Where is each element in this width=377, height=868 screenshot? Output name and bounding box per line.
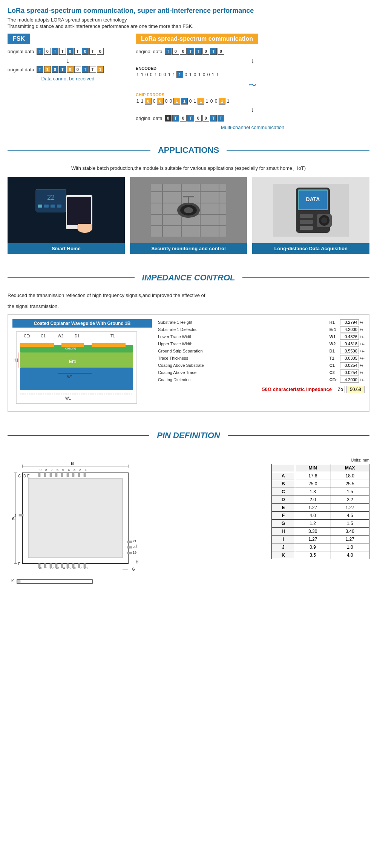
bit: 1: [44, 66, 51, 73]
pin-min: 3.30: [295, 528, 331, 536]
applications-title: APPLICATIONS: [150, 145, 227, 155]
impedance-section: Impedance control Reduced the transmissi…: [0, 265, 377, 419]
svg-rect-76: [78, 472, 80, 477]
pin-table-header-max: MAX: [331, 464, 369, 472]
svg-rect-45: [20, 352, 133, 368]
fsk-arrow-down: ↓: [8, 57, 128, 65]
bit: T: [82, 66, 89, 73]
svg-rect-91: [61, 563, 63, 568]
svg-rect-94: [78, 563, 80, 568]
svg-rect-87: [38, 563, 40, 568]
pin-title: Pin Definition: [149, 431, 227, 440]
bit: 0: [188, 98, 192, 104]
param-row: Trace Thickness T1 0.0305 +/-: [158, 355, 365, 361]
bit: T: [187, 115, 194, 122]
param-name: Ground Strip Separation: [158, 349, 329, 353]
pin-table-header-param: [272, 464, 295, 472]
bit: 1: [188, 72, 192, 77]
diagram-left: Coated Coplanar Waveguide With Ground 1B…: [12, 319, 152, 407]
impedance-diagram: Coated Coplanar Waveguide With Ground 1B…: [8, 314, 369, 412]
pin-max: 1.27: [331, 504, 369, 512]
lora-recovered-data-row: original data 0 T 0 T 0 0 T T: [136, 115, 369, 122]
pin-max: 3.40: [331, 528, 369, 536]
pin-table-row: C 1.3 1.5: [272, 488, 369, 496]
param-pm: +/-: [360, 377, 365, 382]
bit: 0: [195, 115, 202, 122]
lora-arrow-down2: ↓: [136, 106, 369, 114]
bit: 1: [136, 98, 139, 104]
svg-text:CEr: CEr: [24, 334, 31, 338]
svg-rect-96: [127, 541, 132, 543]
pin-table-header-min: MIN: [295, 464, 331, 472]
param-value: 0.0305: [340, 355, 359, 361]
svg-rect-73: [61, 472, 63, 477]
smart-home-svg: 22: [28, 184, 104, 237]
pin-table-row: J 0.9 1.0: [272, 543, 369, 551]
param-symbol: W1: [329, 334, 340, 339]
svg-rect-4: [38, 205, 42, 208]
bit: T: [187, 48, 194, 55]
pin-min: 1.2: [295, 520, 331, 528]
pin-max: 2.2: [331, 496, 369, 504]
svg-text:W1: W1: [67, 375, 73, 379]
pin-max: 1.27: [331, 536, 369, 543]
bit: T: [165, 48, 172, 55]
bit: 1: [176, 71, 183, 78]
spacer: [8, 286, 369, 292]
svg-rect-93: [72, 563, 74, 568]
data-acquisition-label: Long-distance Data Acquisition: [252, 243, 369, 254]
impedance-zo: Zo 50.68: [336, 386, 365, 393]
bit: 1: [216, 72, 219, 77]
pin-param: D: [272, 496, 295, 504]
bit: 0: [157, 98, 164, 105]
param-symbol: C1: [329, 363, 340, 368]
svg-text:7: 7: [51, 468, 53, 472]
param-name: Lower Trace Width: [158, 334, 329, 339]
svg-text:3: 3: [74, 468, 75, 472]
param-name: Upper Trace Width: [158, 342, 329, 346]
impedance-result: 50Ω characteristic impedance Zo 50.68: [158, 386, 365, 393]
param-pm: +/-: [360, 363, 365, 368]
svg-text:D: D: [23, 474, 26, 478]
pin-table: MIN MAX A 17.6 18.0 B 25.0 25.5 C 1.3 1.…: [271, 464, 369, 559]
pin-table-row: E 1.27 1.27: [272, 504, 369, 512]
param-name: Coating Above Substrate: [158, 363, 329, 368]
param-name: Trace Thickness: [158, 356, 329, 360]
param-row: Ground Strip Separation D1 0.5500 +/-: [158, 348, 365, 354]
svg-text:Er1: Er1: [69, 359, 77, 364]
svg-rect-97: [127, 546, 132, 548]
param-pm: +/-: [360, 334, 365, 339]
pin-min: 1.27: [295, 536, 331, 543]
bit: 0: [164, 98, 168, 104]
security-image: [130, 177, 247, 243]
bit: 1: [198, 72, 201, 77]
pin-min: 1.27: [295, 504, 331, 512]
param-pm: +/-: [360, 327, 365, 332]
impedance-title: Impedance control: [135, 273, 243, 283]
param-pm: +/-: [360, 320, 365, 325]
bit: 0: [202, 72, 206, 77]
fsk-corrupted-bits: T 1 0 T 0 0 T T 1: [37, 66, 104, 73]
bit: T: [89, 48, 96, 55]
units-label: Units: mm: [271, 458, 369, 462]
fsk-cannot-receive: Data cannot be received: [8, 76, 128, 82]
svg-text:21: 21: [133, 539, 136, 543]
pin-line-left: [8, 435, 149, 436]
param-row: Coating Above Trace C2 0.0254 +/-: [158, 369, 365, 376]
fsk-original-bits: T 0 T T 0 T 0 T 0: [37, 48, 104, 55]
param-row: Coating Dielectric CEr 4.2000 +/-: [158, 377, 365, 383]
svg-rect-71: [50, 472, 52, 477]
svg-rect-37: [300, 226, 313, 230]
lora-original-bits: T 0 0 T T 0 T 0: [165, 48, 224, 55]
svg-point-34: [321, 217, 327, 223]
pin-table-row: G 1.2 1.5: [272, 520, 369, 528]
chip-errors-bits-row: 1 1 0 0 0 0 0 1 1 0 1 1 1 0 0 1 1: [136, 98, 369, 105]
svg-rect-6: [51, 205, 55, 208]
encoded-label: ENCODED: [136, 66, 369, 71]
bit: 1: [167, 72, 171, 77]
lora-original-label: original data: [136, 49, 162, 54]
svg-rect-122: [17, 580, 92, 583]
param-symbol: CEr: [329, 377, 340, 382]
bit: 1: [154, 72, 158, 77]
security-block: Security monitoring and control: [130, 177, 247, 254]
